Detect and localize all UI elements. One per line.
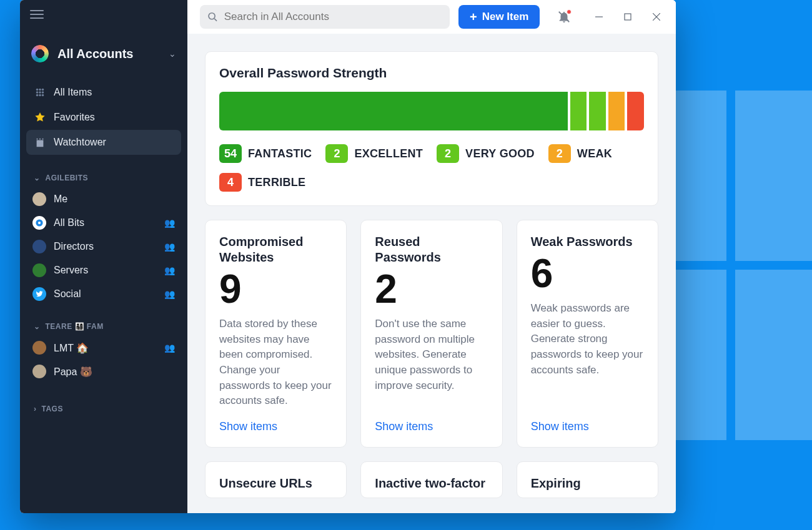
vault-item-servers[interactable]: Servers 👥 xyxy=(20,258,187,282)
search-input-wrapper[interactable] xyxy=(200,5,450,29)
vault-label: All Bits xyxy=(54,217,84,228)
strength-card: Overall Password Strength 54FANTASTIC2EX… xyxy=(205,51,658,206)
tile-title: Inactive two-factor xyxy=(375,476,488,491)
shared-icon: 👥 xyxy=(164,242,175,252)
strength-bar-chart xyxy=(219,92,644,130)
nav-favorites[interactable]: Favorites xyxy=(26,105,181,130)
strength-segment xyxy=(589,92,606,130)
vault-label: Servers xyxy=(54,265,88,276)
tile-show-items-link[interactable]: Show items xyxy=(531,420,644,433)
nav-label: Watchtower xyxy=(54,137,106,148)
legend-item[interactable]: 4TERRIBLE xyxy=(219,173,305,192)
svg-rect-15 xyxy=(625,14,631,20)
tile-description: Data stored by these websites may have b… xyxy=(219,317,332,409)
svg-point-5 xyxy=(42,91,44,94)
avatar xyxy=(32,365,46,378)
section-header-tags[interactable]: › TAGS xyxy=(20,383,187,418)
svg-point-8 xyxy=(42,94,44,97)
tile-title: Weak Passwords xyxy=(531,234,644,250)
window-maximize-button[interactable] xyxy=(613,4,642,29)
vault-item-all-bits[interactable]: All Bits 👥 xyxy=(20,211,187,235)
tile-count: 6 xyxy=(531,253,644,293)
topbar: + New Item xyxy=(187,0,676,34)
avatar xyxy=(32,192,46,206)
svg-point-6 xyxy=(36,94,39,97)
chevron-down-icon: ⌄ xyxy=(34,174,41,182)
watchtower-icon xyxy=(34,136,46,149)
grid-icon xyxy=(34,86,46,99)
section-header-agilebits[interactable]: ⌄ AGILEBITS xyxy=(20,157,187,187)
legend-item[interactable]: 2WEAK xyxy=(548,144,612,163)
main-panel: + New Item Overall Passwor xyxy=(187,0,676,513)
shared-icon: 👥 xyxy=(164,343,175,353)
watchtower-tile: Inactive two-factor xyxy=(360,461,502,498)
vault-item-lmt[interactable]: LMT 🏠 👥 xyxy=(20,336,187,360)
section-title: AGILEBITS xyxy=(46,174,89,182)
tile-show-items-link[interactable]: Show items xyxy=(375,420,488,433)
strength-segment xyxy=(570,92,587,130)
vault-item-papa[interactable]: Papa 🐻 xyxy=(20,360,187,383)
hamburger-menu-icon[interactable] xyxy=(30,7,44,21)
chevron-down-icon: ⌄ xyxy=(34,322,41,331)
window-minimize-button[interactable] xyxy=(585,4,613,29)
primary-nav: All Items Favorites Watchtower xyxy=(20,75,187,157)
tile-description: Don't use the same password on multiple … xyxy=(375,317,488,409)
chevron-down-icon: ⌄ xyxy=(169,49,176,59)
strength-segment xyxy=(219,92,568,130)
watchtower-tile: Weak Passwords6Weak passwords are easier… xyxy=(517,220,658,448)
legend-item[interactable]: 2EXCELLENT xyxy=(325,144,423,163)
section-title: TAGS xyxy=(42,405,63,413)
watchtower-tiles-grid: Compromised Websites9Data stored by thes… xyxy=(205,220,658,448)
avatar xyxy=(32,240,46,253)
legend-count-badge: 2 xyxy=(437,144,459,163)
vault-item-social[interactable]: Social 👥 xyxy=(20,282,187,306)
svg-point-11 xyxy=(209,13,215,19)
svg-point-4 xyxy=(39,91,41,94)
notifications-button[interactable] xyxy=(557,10,571,24)
shared-icon: 👥 xyxy=(164,265,175,275)
account-selector[interactable]: All Accounts ⌄ xyxy=(20,27,187,75)
watchtower-tile: Reused Passwords2Don't use the same pass… xyxy=(360,220,502,448)
watchtower-tile: Expiring xyxy=(517,461,658,498)
window-close-button[interactable] xyxy=(642,4,671,29)
tile-title: Compromised Websites xyxy=(219,234,332,265)
section-title: TEARE 👨‍👩‍👧‍👦 FAM xyxy=(46,322,104,331)
vault-label: Papa 🐻 xyxy=(54,366,92,378)
new-item-label: New Item xyxy=(482,11,529,23)
maximize-icon xyxy=(624,13,631,21)
tile-title: Reused Passwords xyxy=(375,234,488,265)
nav-all-items[interactable]: All Items xyxy=(26,80,181,105)
watchtower-tile: Unsecure URLs xyxy=(205,461,347,498)
svg-line-12 xyxy=(214,19,217,21)
strength-legend: 54FANTASTIC2EXCELLENT2VERY GOOD2WEAK4TER… xyxy=(219,144,644,192)
avatar xyxy=(32,216,46,230)
vault-item-directors[interactable]: Directors 👥 xyxy=(20,235,187,258)
content-scroll[interactable]: Overall Password Strength 54FANTASTIC2EX… xyxy=(187,34,676,513)
search-input[interactable] xyxy=(224,11,442,23)
svg-point-10 xyxy=(38,222,41,224)
new-item-button[interactable]: + New Item xyxy=(458,5,540,29)
legend-item[interactable]: 2VERY GOOD xyxy=(437,144,535,163)
tile-count: 9 xyxy=(219,269,332,309)
tile-description: Weak passwords are easier to guess. Gene… xyxy=(531,301,644,409)
legend-label: FANTASTIC xyxy=(248,147,312,160)
legend-label: WEAK xyxy=(577,147,612,160)
watchtower-tile: Compromised Websites9Data stored by thes… xyxy=(205,220,347,448)
nav-watchtower[interactable]: Watchtower xyxy=(26,130,181,155)
tile-count: 2 xyxy=(375,269,488,309)
svg-point-3 xyxy=(36,91,39,94)
legend-item[interactable]: 54FANTASTIC xyxy=(219,144,312,163)
section-header-teare-fam[interactable]: ⌄ TEARE 👨‍👩‍👧‍👦 FAM xyxy=(20,306,187,336)
sidebar: All Accounts ⌄ All Items Favorites Wa xyxy=(20,0,187,513)
tile-title: Expiring xyxy=(531,476,644,491)
minimize-icon xyxy=(595,13,603,21)
shared-icon: 👥 xyxy=(164,289,175,299)
close-icon xyxy=(653,13,660,21)
twitter-icon xyxy=(32,287,46,301)
tile-show-items-link[interactable]: Show items xyxy=(219,420,332,433)
legend-count-badge: 4 xyxy=(219,173,242,192)
strength-title: Overall Password Strength xyxy=(219,66,644,81)
legend-count-badge: 2 xyxy=(548,144,571,163)
app-window: All Accounts ⌄ All Items Favorites Wa xyxy=(20,0,676,513)
vault-item-me[interactable]: Me xyxy=(20,187,187,211)
